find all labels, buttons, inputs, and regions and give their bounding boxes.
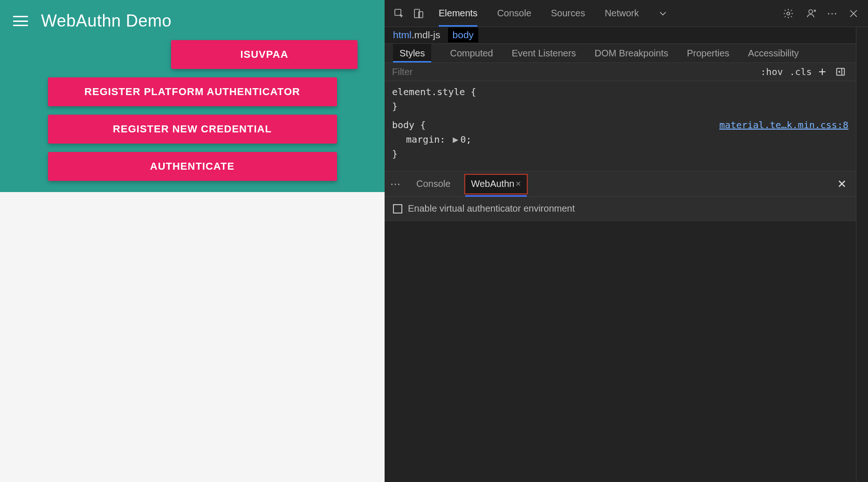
register-platform-authenticator-button[interactable]: REGISTER PLATFORM AUTHENTICATOR — [48, 77, 337, 106]
authenticate-button[interactable]: AUTHENTICATE — [48, 152, 337, 181]
subtab-event-listeners[interactable]: Event Listeners — [512, 44, 576, 63]
tab-sources[interactable]: Sources — [547, 0, 589, 27]
subtab-styles[interactable]: Styles — [393, 44, 431, 63]
devtools-toolbar: Elements Console Sources Network ⋯ — [385, 0, 868, 27]
subtab-properties[interactable]: Properties — [687, 44, 729, 63]
drawer-tab-console[interactable]: Console — [411, 175, 456, 193]
devtools-scrollbar[interactable] — [856, 27, 868, 482]
css-rule-element-style[interactable]: element.style { } — [392, 85, 848, 118]
drawer-more-icon[interactable]: ⋯ — [390, 178, 401, 190]
svg-point-4 — [809, 10, 813, 14]
css-source-link[interactable]: material.te…k.min.css:8 — [719, 118, 848, 132]
subtab-dom-breakpoints[interactable]: DOM Breakpoints — [595, 44, 668, 63]
styles-filter-input[interactable] — [392, 67, 754, 77]
styles-tabbar: Styles Computed Event Listeners DOM Brea… — [385, 44, 856, 63]
tab-network[interactable]: Network — [601, 0, 642, 27]
breadcrumb-body[interactable]: body — [448, 28, 479, 42]
css-declaration[interactable]: margin: ▶0; — [392, 132, 848, 147]
page-title: WebAuthn Demo — [41, 11, 172, 31]
feedback-icon[interactable] — [804, 6, 820, 21]
drawer-content-area — [385, 221, 856, 482]
css-rule-body[interactable]: material.te…k.min.css:8 body { margin: ▶… — [392, 118, 848, 165]
css-brace-close: } — [392, 99, 848, 114]
styles-filter-row: :hov .cls + — [385, 63, 856, 81]
css-colon: : — [440, 134, 445, 145]
css-prop: margin — [406, 134, 440, 145]
dom-breadcrumb: html.mdl-js body — [385, 27, 856, 44]
inspect-element-icon[interactable] — [391, 6, 407, 21]
enable-virtual-authenticator-checkbox[interactable] — [393, 204, 402, 213]
css-brace-close: } — [392, 147, 848, 161]
devtools-drawer: ⋯ Console WebAuthn ✕ ✕ Enable virtual au… — [385, 171, 856, 482]
app-header: WebAuthn Demo ISUVPAA REGISTER PLATFORM … — [0, 0, 385, 192]
toggle-sidebar-icon[interactable] — [833, 64, 848, 80]
new-style-rule-icon[interactable]: + — [819, 64, 826, 79]
device-toolbar-icon[interactable] — [411, 6, 427, 21]
tab-console[interactable]: Console — [493, 0, 535, 27]
rendered-page: WebAuthn Demo ISUVPAA REGISTER PLATFORM … — [0, 0, 385, 482]
isuvpaa-button[interactable]: ISUVPAA — [171, 40, 358, 69]
subtab-accessibility[interactable]: Accessibility — [748, 44, 799, 63]
css-value: 0 — [460, 134, 466, 145]
drawer-tab-webauthn-label: WebAuthn — [471, 179, 514, 189]
svg-point-3 — [787, 12, 790, 15]
svg-rect-5 — [837, 69, 845, 76]
register-new-credential-button[interactable]: REGISTER NEW CREDENTIAL — [48, 115, 337, 144]
subtab-computed[interactable]: Computed — [450, 44, 493, 63]
breadcrumb-html-class: .mdl-js — [412, 29, 441, 40]
expand-shorthand-icon[interactable]: ▶ — [453, 134, 458, 145]
kebab-menu-icon[interactable]: ⋯ — [827, 7, 838, 20]
hov-toggle[interactable]: :hov — [760, 66, 783, 77]
drawer-tab-close-icon[interactable]: ✕ — [515, 179, 521, 188]
breadcrumb-html-tag: html — [393, 29, 412, 40]
breadcrumb-html[interactable]: html.mdl-js — [393, 29, 441, 41]
close-devtools-icon[interactable] — [846, 6, 861, 21]
drawer-close-icon[interactable]: ✕ — [834, 178, 850, 191]
drawer-tab-webauthn[interactable]: WebAuthn ✕ — [465, 175, 527, 193]
more-tabs-chevron-icon[interactable] — [655, 6, 671, 21]
menu-icon[interactable] — [13, 16, 28, 26]
enable-virtual-authenticator-label: Enable virtual authenticator environment — [408, 203, 575, 214]
styles-pane[interactable]: element.style { } material.te…k.min.css:… — [385, 81, 856, 171]
devtools-panel: Elements Console Sources Network ⋯ — [385, 0, 868, 482]
settings-gear-icon[interactable] — [780, 6, 796, 21]
tab-elements[interactable]: Elements — [435, 0, 481, 27]
cls-toggle[interactable]: .cls — [789, 66, 812, 77]
css-semicolon: ; — [466, 134, 471, 145]
css-selector: element.style { — [392, 85, 848, 99]
